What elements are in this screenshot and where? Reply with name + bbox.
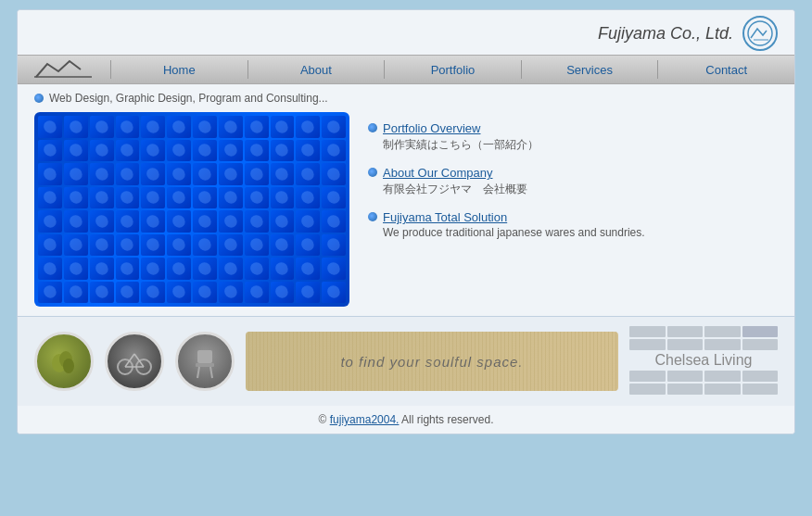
grid-cell <box>38 210 62 233</box>
tagline: Web Design, Graphic Design, Program and … <box>18 84 794 112</box>
svg-point-0 <box>748 21 772 45</box>
grid-cell <box>245 163 269 185</box>
company-name: Fujiyama Co., Ltd. <box>598 24 733 44</box>
grid-cell <box>322 282 346 304</box>
grid-cell <box>245 234 269 257</box>
banner-image: to find your soulful space. <box>246 332 618 391</box>
grid-cell <box>322 210 346 233</box>
grid-cell <box>245 282 269 304</box>
grid-cell <box>296 187 320 209</box>
grid-cell <box>90 282 114 304</box>
grid-cell <box>64 210 88 233</box>
links-panel: Portfolio Overview 制作実績はこちら（一部紹介） About … <box>368 112 778 307</box>
tagline-dot-icon <box>34 94 44 103</box>
grid-cell <box>245 140 269 162</box>
footer-prefix: © <box>319 413 327 426</box>
grid-cell <box>296 234 320 257</box>
grid-cell <box>38 258 62 280</box>
grid-cell <box>296 140 320 162</box>
grid-cell <box>296 258 320 280</box>
grid-cell <box>322 116 346 138</box>
svg-line-14 <box>210 367 212 378</box>
grid-cell <box>167 187 191 209</box>
grid-cell <box>90 234 114 257</box>
about-company-sub: 有限会社フジヤマ 会社概要 <box>383 182 527 197</box>
main-content: // Generate grid cells via script after … <box>18 112 794 316</box>
grid-cell <box>193 258 217 280</box>
grid-cell <box>38 163 62 185</box>
grid-cell <box>271 210 295 233</box>
link-block-1: Portfolio Overview 制作実績はこちら（一部紹介） <box>368 121 778 153</box>
chelsea-cell <box>629 339 666 350</box>
nav-item-about[interactable]: About <box>248 57 385 82</box>
link-dot-icon-1 <box>368 123 377 132</box>
portfolio-overview-sub: 制作実績はこちら（一部紹介） <box>383 137 539 153</box>
grid-cell <box>90 140 114 162</box>
nav-item-home[interactable]: Home <box>111 57 247 82</box>
grid-cell <box>116 140 140 162</box>
bottom-section: to find your soulful space. Chelsea Livi… <box>18 316 794 406</box>
chelsea-cell <box>704 326 741 337</box>
grid-cell <box>322 140 346 162</box>
grid-cell <box>219 282 243 304</box>
grid-cell <box>245 187 269 209</box>
thumb-2 <box>105 332 164 391</box>
grid-cell <box>193 116 217 138</box>
chelsea-cell <box>704 371 741 382</box>
grid-cell <box>322 163 346 185</box>
grid-cell <box>271 187 295 209</box>
grid-cell <box>116 116 140 138</box>
grid-cell <box>64 116 88 138</box>
svg-point-5 <box>63 359 74 373</box>
portfolio-overview-link[interactable]: Portfolio Overview <box>383 121 480 135</box>
total-solution-sub: We produce traditional japanese wares an… <box>383 226 645 239</box>
grid-cell <box>271 163 295 185</box>
footer-link[interactable]: fujiyama2004. <box>330 413 400 426</box>
chelsea-cell <box>667 384 704 395</box>
grid-cell <box>296 282 320 304</box>
grid-cell <box>90 187 114 209</box>
grid-cell <box>141 210 165 233</box>
nav-item-contact[interactable]: Contact <box>658 57 794 82</box>
grid-cell <box>141 140 165 162</box>
chelsea-cell <box>667 371 704 382</box>
grid-cell <box>167 210 191 233</box>
grid-cell <box>38 187 62 209</box>
nav-item-portfolio[interactable]: Portfolio <box>385 57 521 82</box>
tagline-text: Web Design, Graphic Design, Program and … <box>49 92 328 105</box>
grid-cell <box>193 210 217 233</box>
chelsea-cell <box>629 371 666 382</box>
grid-cell <box>193 187 217 209</box>
chelsea-cell <box>742 339 779 350</box>
grid-cell <box>167 234 191 257</box>
grid-cell <box>296 116 320 138</box>
grid-cell <box>245 210 269 233</box>
about-company-link[interactable]: About Our Company <box>383 166 493 180</box>
grid-cell <box>90 116 114 138</box>
chelsea-cell <box>629 326 666 337</box>
grid-cell <box>219 210 243 233</box>
total-solution-link[interactable]: Fujiyama Total Solution <box>383 210 507 224</box>
hero-image: // Generate grid cells via script after … <box>34 112 349 307</box>
chelsea-name: Chelsea Living <box>629 352 778 369</box>
grid-cell <box>167 282 191 304</box>
grid-cell <box>64 258 88 280</box>
link-block-2: About Our Company 有限会社フジヤマ 会社概要 <box>368 166 778 197</box>
link-content-1: Portfolio Overview 制作実績はこちら（一部紹介） <box>383 121 539 153</box>
chelsea-cell <box>667 339 704 350</box>
grid-cell <box>271 140 295 162</box>
footer-suffix: All rights reserved. <box>401 413 493 426</box>
grid-cell <box>219 163 243 185</box>
chelsea-cell <box>667 326 704 337</box>
grid-cell <box>219 116 243 138</box>
grid-cell <box>193 140 217 162</box>
grid-cell <box>219 140 243 162</box>
grid-cell <box>116 258 140 280</box>
link-block-3: Fujiyama Total Solution We produce tradi… <box>368 210 778 239</box>
nav-item-services[interactable]: Services <box>522 57 658 82</box>
grid-cell <box>322 258 346 280</box>
navigation: Home About Portfolio Services Contact <box>18 55 794 84</box>
grid-cell <box>38 234 62 257</box>
grid-cell <box>271 282 295 304</box>
grid-cell <box>90 210 114 233</box>
